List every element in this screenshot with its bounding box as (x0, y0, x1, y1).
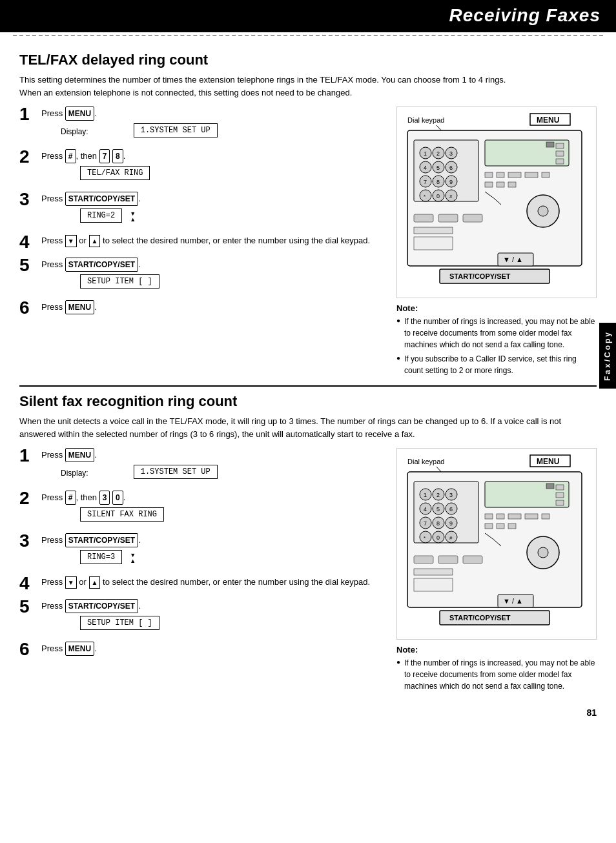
s2-step5-text: Press START/COPY/SET. (41, 599, 384, 613)
section2-desc: When the unit detects a voice call in th… (19, 415, 597, 440)
header-divider (13, 35, 603, 36)
s2-display-label: Display: (61, 469, 88, 478)
s2-down-arrow: ▼ (65, 576, 77, 589)
key8: 8 (112, 149, 123, 163)
section2-note: Note: If the number of rings is increase… (396, 645, 597, 692)
step1-text: Press MENU. (41, 107, 384, 121)
svg-text:#: # (449, 535, 453, 541)
fax-diagram-svg2: Dial keypad MENU 1 2 (401, 452, 588, 633)
step6-row: 6 Press MENU. (19, 300, 384, 317)
svg-text:6: 6 (449, 506, 453, 513)
menu-key2: MENU (65, 300, 94, 314)
step2-num: 2 (19, 148, 37, 166)
svg-rect-33 (556, 159, 564, 164)
s2-start-key: START/COPY/SET (65, 533, 138, 547)
svg-text:Dial keypad: Dial keypad (407, 116, 444, 124)
start-key2: START/COPY/SET (65, 258, 138, 272)
step2-content: Press #, then 7 8. TEL/FAX RING (41, 149, 384, 185)
s2-step3-display: RING=3 (80, 550, 122, 564)
svg-text:9: 9 (449, 520, 453, 527)
svg-rect-35 (485, 172, 493, 178)
svg-rect-103 (414, 578, 453, 591)
page-number: 81 (0, 701, 616, 724)
fax-diagram-svg: Dial keypad MENU 1 2 (401, 111, 588, 292)
s2-step4-row: 4 Press ▼ or ▲ to select the desired num… (19, 576, 384, 593)
step5-text: Press START/COPY/SET. (41, 258, 384, 272)
s2-menu-key: MENU (65, 448, 94, 462)
svg-text:8: 8 (436, 179, 440, 185)
svg-rect-88 (546, 483, 554, 489)
svg-text:7: 7 (424, 520, 427, 527)
section1-note-item1: If the number of rings is increased, you… (396, 316, 597, 350)
svg-text:2: 2 (436, 492, 440, 498)
s2-start-key2: START/COPY/SET (65, 599, 138, 613)
svg-text:4: 4 (424, 506, 427, 513)
s2-key0: 0 (112, 491, 123, 505)
svg-rect-40 (485, 182, 493, 187)
s2-step1-display: 1.SYSTEM SET UP (134, 465, 218, 479)
step5-num: 5 (19, 256, 37, 274)
s2-menu-key2: MENU (65, 642, 94, 656)
section2-note-item1: If the number of rings is increased, you… (396, 657, 597, 692)
svg-point-98 (538, 547, 548, 558)
step6-text: Press MENU. (41, 300, 384, 314)
s2-step2-row: 2 Press #, then 3 0. SILENT FAX RING (19, 491, 384, 527)
svg-text:*: * (424, 535, 426, 541)
section1-title: TEL/FAX delayed ring count (19, 52, 597, 68)
svg-rect-47 (463, 214, 482, 222)
svg-rect-91 (508, 514, 521, 519)
ring-arrows: ▼▲ (130, 211, 136, 223)
s2-step3-content: Press START/COPY/SET. RING=3 ▼▲ (41, 533, 384, 569)
s2-step5-num: 5 (19, 598, 37, 616)
hash-key: # (65, 149, 76, 163)
svg-text:2: 2 (436, 150, 440, 157)
svg-text:#: # (449, 194, 453, 199)
svg-rect-86 (556, 493, 564, 498)
section-divider (19, 385, 597, 387)
step6-num: 6 (19, 299, 37, 317)
s2-step1-num: 1 (19, 447, 37, 465)
svg-text:*: * (424, 194, 426, 199)
svg-rect-94 (485, 523, 493, 529)
step6-content: Press MENU. (41, 300, 384, 317)
svg-rect-102 (414, 569, 453, 575)
svg-text:START/COPY/SET: START/COPY/SET (449, 272, 511, 280)
s2-step3-num: 3 (19, 532, 37, 550)
svg-rect-37 (508, 172, 521, 178)
step2-row: 2 Press #, then 7 8. TEL/FAX RING (19, 149, 384, 185)
svg-rect-90 (497, 514, 504, 519)
svg-text:MENU: MENU (537, 457, 559, 466)
step4-text: Press ▼ or ▲ to select the desired numbe… (41, 234, 384, 247)
svg-text:4: 4 (424, 165, 427, 171)
svg-rect-48 (414, 227, 453, 234)
s2-key3: 3 (99, 491, 110, 505)
section1-desc1: This setting determines the number of ti… (19, 74, 597, 99)
s2-step1-content: Press MENU. Display: 1.SYSTEM SET UP (41, 448, 384, 484)
s2-step6-text: Press MENU. (41, 642, 384, 656)
svg-text:5: 5 (436, 506, 440, 513)
step5-display-row: SETUP ITEM [ ] (41, 274, 384, 291)
down-arrow: ▼ (65, 235, 77, 247)
s2-step2-display: SILENT FAX RING (80, 507, 164, 522)
svg-rect-87 (556, 500, 564, 505)
svg-point-44 (538, 206, 548, 216)
svg-text:START/COPY/SET: START/COPY/SET (449, 614, 511, 622)
svg-text:Dial keypad: Dial keypad (407, 458, 444, 465)
svg-rect-46 (438, 214, 458, 222)
step5-content: Press START/COPY/SET. SETUP ITEM [ ] (41, 258, 384, 294)
svg-rect-42 (508, 182, 516, 187)
s2-step1-display-row: Display: 1.SYSTEM SET UP (41, 465, 384, 482)
svg-rect-38 (525, 172, 538, 178)
section2-diagram: Dial keypad MENU 1 2 (396, 448, 597, 640)
s2-step6-row: 6 Press MENU. (19, 642, 384, 658)
key7: 7 (99, 149, 110, 163)
section1-content: 1 Press MENU. Display: 1.SYSTEM SET UP 2 (19, 107, 597, 379)
step2-display-row: TEL/FAX RING (41, 166, 384, 183)
s2-step3-text: Press START/COPY/SET. (41, 533, 384, 547)
step4-content: Press ▼ or ▲ to select the desired numbe… (41, 234, 384, 250)
step3-display-row: RING=2 ▼▲ (41, 208, 384, 225)
section2-title: Silent fax recognition ring count (19, 393, 597, 410)
svg-text:1: 1 (424, 492, 427, 498)
s2-step5-display: SETUP ITEM [ ] (80, 616, 159, 630)
step2-display: TEL/FAX RING (80, 166, 150, 180)
